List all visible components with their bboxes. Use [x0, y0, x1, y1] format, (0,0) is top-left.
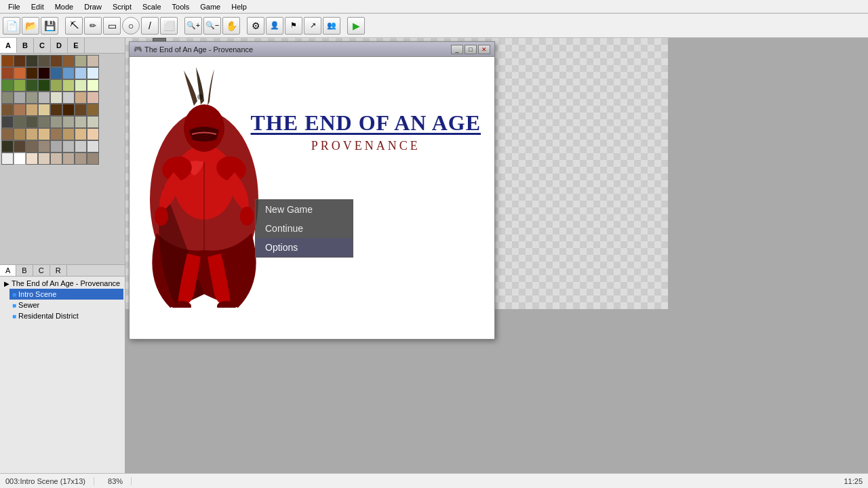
tile[interactable] — [14, 140, 26, 152]
tileset-tab-d[interactable]: D — [51, 38, 68, 53]
tile[interactable] — [50, 152, 62, 165]
tile[interactable] — [62, 104, 75, 116]
flag-btn[interactable]: ⚑ — [285, 17, 302, 35]
tile[interactable] — [62, 92, 75, 104]
oval-select[interactable]: ○ — [122, 17, 140, 35]
tile[interactable] — [87, 67, 99, 79]
save-button[interactable]: 💾 — [41, 17, 58, 35]
tile[interactable] — [62, 116, 75, 128]
tile[interactable] — [14, 152, 26, 165]
tile[interactable] — [50, 79, 62, 92]
tile[interactable] — [1, 92, 14, 104]
event-btn[interactable]: 👤 — [266, 17, 283, 35]
tile[interactable] — [87, 79, 99, 92]
menu-game[interactable]: Game — [195, 1, 226, 12]
tile[interactable] — [75, 152, 87, 165]
tile[interactable] — [62, 140, 75, 152]
tile[interactable] — [26, 128, 38, 140]
tile[interactable] — [1, 104, 14, 116]
open-button[interactable]: 📂 — [22, 17, 39, 35]
tile[interactable] — [38, 92, 50, 104]
tile[interactable] — [26, 67, 38, 79]
tile[interactable] — [38, 104, 50, 116]
tile[interactable] — [75, 140, 87, 152]
tile[interactable] — [38, 116, 50, 128]
tile[interactable] — [75, 128, 87, 140]
menu-scale[interactable]: Scale — [137, 1, 167, 12]
export-btn[interactable]: ↗ — [304, 17, 321, 35]
tile[interactable] — [14, 55, 26, 67]
tile[interactable] — [1, 55, 14, 67]
tile[interactable] — [1, 140, 14, 152]
tile[interactable] — [1, 128, 14, 140]
tile[interactable] — [14, 79, 26, 92]
window-close-button[interactable]: ✕ — [478, 45, 490, 54]
menu-options[interactable]: Options — [256, 238, 353, 257]
tile[interactable] — [87, 152, 99, 165]
tile[interactable] — [38, 79, 50, 92]
tile[interactable] — [87, 104, 99, 116]
tile[interactable] — [62, 67, 75, 79]
tile[interactable] — [14, 92, 26, 104]
tile[interactable] — [75, 92, 87, 104]
tile[interactable] — [50, 128, 62, 140]
tree-root[interactable]: ▶ The End of An Age - Provenance — [1, 278, 123, 289]
tile[interactable] — [87, 140, 99, 152]
tile[interactable] — [26, 152, 38, 165]
menu-mode[interactable]: Mode — [50, 1, 79, 12]
tile[interactable] — [1, 152, 14, 165]
menu-new-game[interactable]: New Game — [256, 200, 353, 219]
tile[interactable] — [62, 128, 75, 140]
pencil-tool[interactable]: ✏ — [84, 17, 102, 35]
menu-tools[interactable]: Tools — [167, 1, 195, 12]
tileset-tab-a[interactable]: A — [0, 38, 17, 53]
tile[interactable] — [62, 152, 75, 165]
tile[interactable] — [62, 79, 75, 92]
menu-file[interactable]: File — [3, 1, 26, 12]
tile[interactable] — [50, 55, 62, 67]
tile[interactable] — [26, 116, 38, 128]
menu-continue[interactable]: Continue — [256, 219, 353, 238]
tile[interactable] — [75, 116, 87, 128]
tile[interactable] — [38, 152, 50, 165]
scene-tab-r[interactable]: R — [50, 265, 67, 276]
tileset-tab-e[interactable]: E — [68, 38, 85, 53]
menu-edit[interactable]: Edit — [26, 1, 50, 12]
tile[interactable] — [75, 67, 87, 79]
menu-help[interactable]: Help — [226, 1, 252, 12]
tile[interactable] — [50, 116, 62, 128]
tile[interactable] — [1, 67, 14, 79]
tile[interactable] — [38, 140, 50, 152]
zoom-out[interactable]: 🔍− — [203, 17, 221, 35]
tileset-tab-b[interactable]: B — [17, 38, 34, 53]
window-minimize-button[interactable]: _ — [451, 45, 463, 54]
tile[interactable] — [50, 92, 62, 104]
eraser-tool[interactable]: ⬜ — [160, 17, 178, 35]
window-maximize-button[interactable]: □ — [465, 45, 477, 54]
tile[interactable] — [1, 79, 14, 92]
tile[interactable] — [62, 55, 75, 67]
tile[interactable] — [38, 67, 50, 79]
tile[interactable] — [26, 92, 38, 104]
menu-draw[interactable]: Draw — [79, 1, 107, 12]
char-btn[interactable]: 👥 — [323, 17, 340, 35]
shovel-tool[interactable]: ⛏ — [65, 17, 83, 35]
tile[interactable] — [75, 104, 87, 116]
tile[interactable] — [87, 92, 99, 104]
hand-tool[interactable]: ✋ — [222, 17, 240, 35]
tileset-tab-c[interactable]: C — [34, 38, 51, 53]
line-tool[interactable]: / — [141, 17, 159, 35]
tree-intro-scene[interactable]: ■ Intro Scene — [9, 289, 123, 300]
tile[interactable] — [87, 116, 99, 128]
tile[interactable] — [50, 104, 62, 116]
play-button[interactable]: ▶ — [347, 17, 365, 35]
tile[interactable] — [50, 140, 62, 152]
tile[interactable] — [87, 128, 99, 140]
tile[interactable] — [26, 140, 38, 152]
tile[interactable] — [38, 55, 50, 67]
tree-residential[interactable]: ■ Residental District — [9, 310, 123, 321]
scene-tab-a[interactable]: A — [0, 265, 16, 276]
zoom-in[interactable]: 🔍+ — [184, 17, 202, 35]
tile[interactable] — [14, 116, 26, 128]
tile[interactable] — [26, 55, 38, 67]
